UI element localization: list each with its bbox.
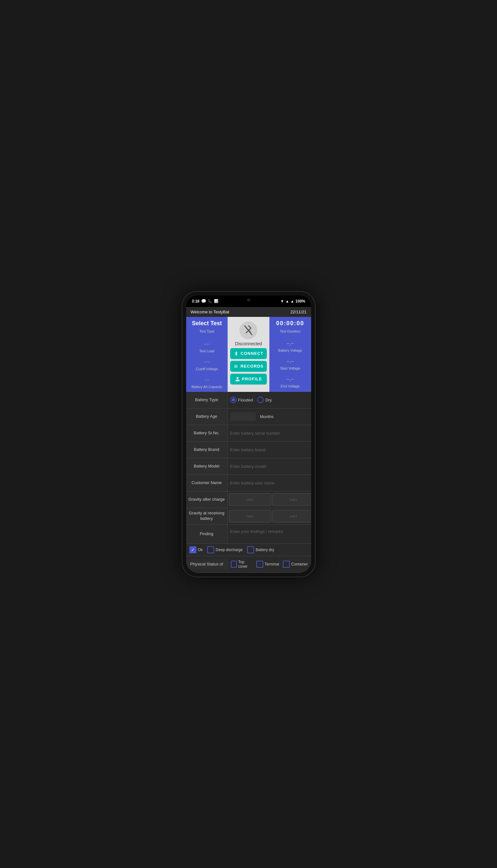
phone-icon: 📞 xyxy=(208,299,212,303)
svg-line-1 xyxy=(244,326,252,335)
condition-checkboxes-row: ✓ Ok Deep discharge Battery dry xyxy=(186,544,311,556)
cutoff-label: Cutoff Voltage xyxy=(196,367,218,371)
battery-type-row: Battery Type Flooded Dry xyxy=(186,392,311,409)
customer-name-input[interactable] xyxy=(230,479,309,487)
test-load-dashes: ---- xyxy=(204,342,210,347)
finding-row: Finding xyxy=(186,525,311,544)
battery-model-input[interactable] xyxy=(230,463,309,470)
signal2-icon: ▲ xyxy=(290,299,294,303)
terminal-label: Terminal xyxy=(265,562,279,566)
battery-model-content xyxy=(228,458,311,474)
end-voltage-label: End Voltage xyxy=(281,384,299,388)
battery-percent: 100% xyxy=(296,299,306,303)
top-panel: Select Test Test Type ---- Test Load ---… xyxy=(186,317,311,392)
signal1-icon: ▲ xyxy=(285,299,289,303)
radio-flooded[interactable]: Flooded xyxy=(230,397,253,403)
status-right: ▼ ▲ ▲ 100% xyxy=(280,299,305,303)
start-voltage-label: Start Voltage xyxy=(280,366,300,370)
radio-dry-circle xyxy=(257,397,264,403)
date-display: 22/11/21 xyxy=(290,309,307,314)
records-button[interactable]: RECORDS xyxy=(230,361,267,372)
container-label: Container xyxy=(291,562,308,566)
physical-status-label: Physical Status of xyxy=(186,559,228,570)
battery-voltage-label: Battery Voltage xyxy=(278,348,302,352)
battery-age-content: Months xyxy=(228,409,311,425)
gravity-after-cell1[interactable] xyxy=(229,493,271,506)
disconnected-label: Disconnected xyxy=(235,341,262,346)
radio-dry[interactable]: Dry xyxy=(257,397,272,403)
battery-dry-checkbox-item[interactable]: Battery dry xyxy=(247,546,274,553)
gravity-after-cell2[interactable] xyxy=(272,493,311,506)
battery-dry-checkbox xyxy=(247,546,254,553)
select-test-title: Select Test xyxy=(192,320,222,327)
finding-label: Finding xyxy=(186,525,228,543)
battery-brand-content xyxy=(228,442,311,458)
battery-brand-label: Battery Brand xyxy=(186,442,228,458)
radio-flooded-inner xyxy=(232,398,235,401)
phone-screen: 3:18 💬 📞 📊 ▼ ▲ ▲ 100% Welcome to TestyBa… xyxy=(186,295,311,573)
top-cover-label: Top cover xyxy=(238,560,253,569)
timer-display: 00:00:00 xyxy=(276,320,304,327)
deep-discharge-checkbox-item[interactable]: Deep discharge xyxy=(207,546,243,553)
months-label: Months xyxy=(260,414,274,419)
notch xyxy=(229,295,268,304)
connect-button[interactable]: CONNECT xyxy=(230,348,267,359)
battery-type-label: Battery Type xyxy=(186,392,228,408)
battery-brand-row: Battery Brand xyxy=(186,442,311,458)
status-left: 3:18 💬 📞 📊 xyxy=(192,299,218,303)
top-cover-checkbox xyxy=(231,561,237,568)
finding-content xyxy=(228,525,311,543)
finding-input[interactable] xyxy=(230,528,309,540)
customer-name-content xyxy=(228,475,311,491)
battery-srno-content xyxy=(228,425,311,441)
ok-checkbox: ✓ xyxy=(189,546,196,553)
radio-flooded-label: Flooded xyxy=(238,398,253,402)
container-checkbox xyxy=(283,561,290,568)
gravity-receiving-row: Gravity at receiving battery xyxy=(186,508,311,525)
battery-age-input[interactable] xyxy=(230,412,256,421)
ok-checkbox-item[interactable]: ✓ Ok xyxy=(189,546,203,553)
start-voltage-dashes: --,-- xyxy=(287,359,294,364)
battery-voltage-dashes: --,-- xyxy=(287,341,294,346)
left-panel: Select Test Test Type ---- Test Load ---… xyxy=(186,317,228,392)
radio-dry-label: Dry xyxy=(265,398,272,402)
phone-frame: 3:18 💬 📞 📊 ▼ ▲ ▲ 100% Welcome to TestyBa… xyxy=(182,291,316,577)
battery-age-label: Battery Age xyxy=(186,409,228,425)
battery-srno-row: Battery Sr.No. xyxy=(186,425,311,442)
form-section: Battery Type Flooded Dry xyxy=(186,392,311,573)
battery-type-radio-group: Flooded Dry xyxy=(230,397,272,403)
gravity-after-charge-label: Gravity after charge xyxy=(186,492,228,508)
ah-dashes: --- xyxy=(205,377,209,382)
ok-checkbox-label: Ok xyxy=(198,548,203,552)
test-duration-label: Test Duration xyxy=(280,329,301,333)
radio-flooded-circle xyxy=(230,397,237,403)
gravity-after-charge-row: Gravity after charge xyxy=(186,492,311,508)
deep-discharge-label: Deep discharge xyxy=(216,548,243,552)
battery-dry-label: Battery dry xyxy=(256,548,274,552)
deep-discharge-checkbox xyxy=(207,546,214,553)
top-cover-item[interactable]: Top cover xyxy=(231,560,253,569)
physical-status-row: Physical Status of Top cover Terminal Co… xyxy=(186,556,311,573)
end-voltage-dashes: --,-- xyxy=(287,376,294,382)
status-bar: 3:18 💬 📞 📊 ▼ ▲ ▲ 100% xyxy=(186,295,311,307)
bluetooth-icon-container xyxy=(239,321,257,339)
gravity-recv-cell1[interactable] xyxy=(229,510,271,522)
gravity-receiving-label: Gravity at receiving battery xyxy=(186,508,228,524)
gravity-recv-cell2[interactable] xyxy=(272,510,311,522)
physical-status-checkboxes: Top cover Terminal Container xyxy=(228,557,311,571)
customer-name-label: Customer Name xyxy=(186,475,228,491)
battery-srno-input[interactable] xyxy=(230,429,309,437)
svg-line-0 xyxy=(246,331,248,333)
ah-label: Battery Ah Capacity xyxy=(191,385,223,389)
battery-age-row: Battery Age Months xyxy=(186,409,311,425)
test-load-label: Test Load xyxy=(199,349,215,353)
whatsapp-icon: 💬 xyxy=(201,299,206,303)
welcome-title: Welcome to TestyBat xyxy=(190,309,229,314)
container-item[interactable]: Container xyxy=(283,561,308,568)
battery-brand-input[interactable] xyxy=(230,446,309,453)
welcome-bar: Welcome to TestyBat 22/11/21 xyxy=(186,307,311,317)
terminal-item[interactable]: Terminal xyxy=(256,561,279,568)
customer-name-row: Customer Name xyxy=(186,475,311,492)
right-panel: 00:00:00 Test Duration --,-- Battery Vol… xyxy=(269,317,311,392)
profile-button[interactable]: PROFILE xyxy=(230,374,267,385)
